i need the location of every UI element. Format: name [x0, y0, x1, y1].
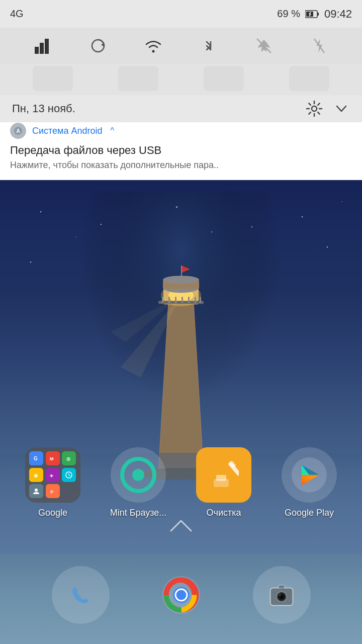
tile-4 [289, 66, 329, 91]
app-row: G M ◎ ▣ ◈ [0, 447, 362, 518]
svg-point-69 [279, 594, 281, 596]
star [30, 262, 31, 263]
expand-icon[interactable] [333, 100, 350, 117]
svg-rect-10 [182, 297, 183, 303]
mint-inner-ring [120, 457, 156, 493]
folder-app-account [29, 484, 43, 498]
app-drawer-up-arrow[interactable] [168, 518, 194, 533]
svg-text:▣: ▣ [34, 473, 38, 478]
dock [0, 566, 362, 624]
cleaner-icon[interactable] [196, 447, 251, 503]
google-folder-icon[interactable]: G M ◎ ▣ ◈ [25, 447, 80, 503]
tile-2 [118, 66, 158, 91]
svg-point-63 [176, 590, 186, 600]
quick-settings-panel: Пн, 13 нояб. [0, 28, 362, 122]
svg-marker-30 [45, 39, 49, 54]
notification-app-name: Система Android [32, 126, 103, 136]
folder-app-google-g: G [29, 451, 43, 465]
star [40, 211, 41, 212]
sync-icon[interactable] [86, 34, 110, 58]
svg-line-46 [69, 475, 70, 476]
svg-rect-23 [317, 13, 319, 16]
airplane-off-icon[interactable] [252, 34, 276, 58]
app-label-google-play: Google Play [285, 508, 334, 518]
star [342, 201, 342, 202]
svg-rect-50 [216, 475, 226, 481]
dock-phone[interactable] [52, 566, 110, 624]
time-display: 09:42 [324, 8, 352, 21]
notification-panel[interactable]: A Система Android ^ Передача файлов чере… [0, 115, 362, 180]
folder-app-maps: ◎ [62, 451, 76, 465]
svg-rect-12 [195, 297, 196, 303]
app-item-google[interactable]: G M ◎ ▣ ◈ [18, 447, 88, 518]
folder-app-empty [62, 484, 76, 498]
folder-app-5: ◈ [46, 468, 60, 482]
svg-rect-7 [162, 297, 163, 303]
bluetooth-icon[interactable] [197, 34, 221, 58]
svg-text:M: M [50, 456, 54, 461]
app-item-google-play[interactable]: Google Play [274, 447, 344, 518]
svg-rect-6 [158, 301, 204, 304]
star [302, 216, 303, 217]
svg-point-47 [35, 489, 38, 492]
app-label-mint: Mint Браузе... [110, 508, 167, 518]
app-item-mint[interactable]: Mint Браузе... [103, 447, 173, 518]
app-label-google: Google [38, 508, 67, 518]
svg-rect-17 [181, 266, 182, 280]
svg-marker-32 [101, 43, 104, 47]
svg-text:◎: ◎ [66, 456, 70, 461]
svg-marker-28 [35, 47, 39, 54]
svg-rect-11 [188, 297, 190, 303]
svg-marker-29 [40, 43, 44, 54]
svg-text:A: A [16, 128, 20, 134]
flash-off-icon[interactable] [307, 34, 331, 58]
folder-app-4: ▣ [29, 468, 43, 482]
notification-body: Нажмите, чтобы показать дополнительные п… [10, 160, 352, 171]
app-label-cleaner: Очистка [207, 508, 241, 518]
dock-camera[interactable] [253, 566, 311, 624]
date-bar-icons [306, 100, 350, 117]
notification-expand-icon: ^ [111, 126, 115, 135]
svg-point-33 [152, 50, 155, 53]
status-bar: 4G 69 % 09:42 [0, 0, 362, 28]
tile-3 [204, 66, 244, 91]
quick-icons-row [0, 28, 362, 64]
dock-chrome[interactable] [152, 566, 210, 624]
quick-tiles-row [0, 64, 362, 95]
notification-app-icon: A [10, 123, 26, 139]
star [75, 236, 76, 237]
signal-icon[interactable] [31, 34, 55, 58]
svg-text:⊕: ⊕ [50, 489, 54, 494]
date-bar: Пн, 13 нояб. [0, 95, 362, 122]
battery-icon [305, 10, 319, 19]
svg-point-36 [312, 106, 317, 111]
folder-grid: G M ◎ ▣ ◈ [25, 447, 80, 503]
tile-1 [33, 66, 73, 91]
battery-percent: 69 % [277, 8, 300, 20]
status-right-icons: 69 % 09:42 [277, 8, 352, 21]
notification-title: Передача файлов через USB [10, 144, 352, 157]
network-type: 4G [10, 8, 24, 20]
settings-icon[interactable] [306, 100, 323, 117]
folder-app-photos: ⊕ [46, 484, 60, 498]
mint-browser-icon[interactable] [111, 447, 166, 503]
notification-header: A Система Android ^ [10, 123, 352, 139]
svg-text:◈: ◈ [50, 473, 53, 478]
date-text: Пн, 13 нояб. [12, 102, 75, 115]
folder-app-gmail: M [46, 451, 60, 465]
svg-rect-13 [200, 297, 201, 303]
star [327, 247, 328, 248]
folder-app-clock [62, 468, 76, 482]
app-item-cleaner[interactable]: Очистка [189, 447, 259, 518]
svg-text:G: G [34, 456, 38, 461]
mint-center-dot [132, 469, 144, 481]
wifi-icon[interactable] [141, 34, 165, 58]
google-play-icon[interactable] [282, 447, 337, 503]
